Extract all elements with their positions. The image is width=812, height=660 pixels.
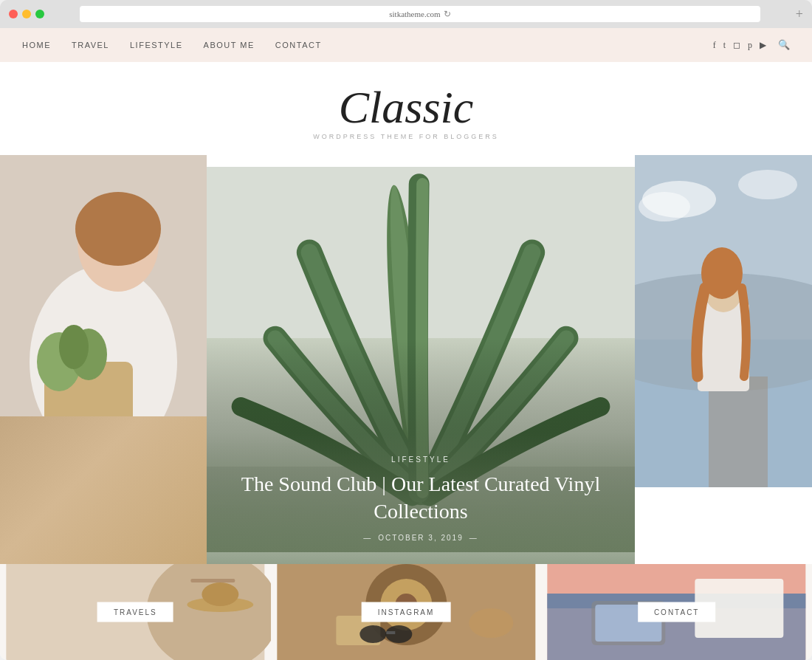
svg-point-34: [469, 608, 513, 638]
travels-label: TRAVELS: [97, 602, 173, 622]
maximize-button[interactable]: [35, 10, 44, 18]
new-tab-button[interactable]: +: [796, 7, 803, 22]
page-content: HOME TRAVEL LIFESTYLE ABOUT ME CONTACT f…: [0, 28, 812, 660]
instagram-card[interactable]: INSTAGRAM: [271, 564, 542, 660]
svg-point-20: [701, 247, 743, 299]
nav-lifestyle[interactable]: LIFESTYLE: [130, 41, 183, 49]
site-title[interactable]: Classic: [339, 84, 474, 130]
logo-area: Classic WORDPRESS THEME FOR BLOGGERS: [0, 62, 812, 155]
hero-center[interactable]: LIFESTYLE The Sound Club | Our Latest Cu…: [207, 155, 635, 564]
svg-point-22: [639, 192, 690, 221]
facebook-icon[interactable]: f: [713, 40, 716, 51]
main-nav: HOME TRAVEL LIFESTYLE ABOUT ME CONTACT f…: [0, 28, 812, 62]
svg-point-7: [59, 325, 89, 369]
svg-point-23: [738, 170, 797, 199]
travels-card[interactable]: TRAVELS: [0, 564, 271, 660]
minimize-button[interactable]: [22, 10, 31, 18]
reload-icon[interactable]: ↻: [444, 9, 451, 20]
article-date: OCTOBER 3, 2019: [221, 534, 620, 542]
social-links: f t ◻ p ▶ 🔍: [713, 39, 790, 51]
hero-grid: LIFESTYLE The Sound Club | Our Latest Cu…: [0, 155, 812, 564]
nav-links: HOME TRAVEL LIFESTYLE ABOUT ME CONTACT: [22, 41, 713, 49]
nav-travel[interactable]: TRAVEL: [72, 41, 109, 49]
instagram-label: INSTAGRAM: [362, 602, 451, 622]
browser-titlebar: sitkatheme.com ↻ +: [0, 0, 812, 28]
window-controls: [9, 10, 44, 18]
close-button[interactable]: [9, 10, 18, 18]
bottom-cards: TRAVELS INSTAGRAM: [0, 564, 812, 660]
search-icon[interactable]: 🔍: [778, 39, 790, 51]
svg-point-3: [75, 192, 161, 266]
url-text: sitkatheme.com: [389, 10, 440, 18]
browser-window: sitkatheme.com ↻ + HOME TRAVEL LIFESTYLE…: [0, 0, 812, 660]
address-bar[interactable]: sitkatheme.com ↻: [80, 6, 760, 22]
article-category: LIFESTYLE: [221, 456, 620, 464]
svg-point-35: [359, 625, 386, 643]
svg-rect-17: [709, 377, 768, 487]
contact-card[interactable]: CONTACT: [541, 564, 812, 660]
twitter-icon[interactable]: t: [723, 40, 726, 51]
nav-home[interactable]: HOME: [22, 41, 51, 49]
hero-overlay: LIFESTYLE The Sound Club | Our Latest Cu…: [207, 433, 635, 564]
youtube-icon[interactable]: ▶: [760, 40, 766, 51]
svg-rect-28: [202, 582, 238, 606]
hero-left-image: [0, 155, 207, 564]
nav-contact[interactable]: CONTACT: [275, 41, 322, 49]
hero-right-image: [635, 155, 812, 487]
hero-left[interactable]: [0, 155, 207, 564]
pinterest-icon[interactable]: p: [748, 40, 752, 51]
svg-rect-37: [386, 631, 395, 634]
contact-label: CONTACT: [638, 602, 716, 622]
article-title[interactable]: The Sound Club | Our Latest Curated Viny…: [221, 471, 620, 525]
svg-rect-26: [190, 579, 235, 582]
hero-right[interactable]: [635, 155, 812, 564]
site-subtitle: WORDPRESS THEME FOR BLOGGERS: [0, 133, 812, 140]
nav-about[interactable]: ABOUT ME: [204, 41, 255, 49]
instagram-icon[interactable]: ◻: [733, 40, 740, 51]
